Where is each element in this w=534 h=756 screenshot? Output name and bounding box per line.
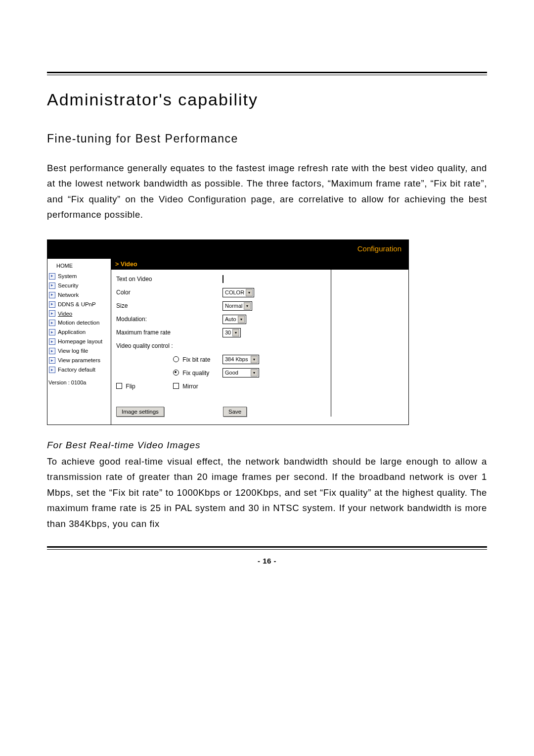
subsection-title: For Best Real-time Video Images	[47, 440, 487, 451]
checkbox-flip[interactable]	[116, 383, 122, 389]
config-sidebar: HOME ▸ System ▸ Security ▸ Network ▸ DDN…	[47, 259, 111, 425]
select-size[interactable]: Normal ▾	[222, 301, 252, 311]
sidebar-home[interactable]: HOME	[47, 261, 111, 272]
row-modulation: Modulation: Auto ▾	[116, 313, 326, 326]
label-max-frame-rate: Maximum frame rate	[116, 329, 222, 336]
sidebar-item-label: Application	[58, 329, 86, 336]
sidebar-item-security[interactable]: ▸ Security	[47, 281, 111, 290]
arrow-right-icon: ▸	[49, 348, 55, 354]
label-modulation: Modulation:	[116, 316, 222, 323]
sidebar-item-factory-default[interactable]: ▸ Factory default	[47, 365, 111, 375]
row-text-on-video: Text on Video	[116, 273, 326, 286]
select-value: 30	[225, 330, 231, 335]
sidebar-version: Version : 0100a	[47, 375, 111, 396]
chevron-down-icon: ▾	[238, 316, 245, 323]
checkbox-label: Mirror	[182, 383, 198, 390]
select-max-frame-rate[interactable]: 30 ▾	[222, 328, 241, 337]
select-fix-quality[interactable]: Good ▾	[222, 368, 259, 378]
label-color: Color	[116, 289, 222, 296]
image-settings-button[interactable]: Image settings	[116, 407, 164, 417]
config-header: Configuration	[47, 240, 408, 259]
radio-label: Fix quality	[182, 370, 209, 377]
config-main: > Video Text on Video Color COLOR ▾	[111, 259, 408, 425]
label-video-quality-control: Video quality control :	[116, 342, 173, 349]
select-value: 384 Kbps	[225, 356, 248, 362]
page-root: Administrator's capability Fine-tuning f…	[0, 0, 534, 585]
config-body: HOME ▸ System ▸ Security ▸ Network ▸ DDN…	[47, 259, 408, 425]
label-size: Size	[116, 302, 222, 309]
arrow-right-icon: ▸	[49, 310, 55, 317]
row-vqc-label: Video quality control :	[116, 339, 326, 353]
config-tab-label[interactable]: Configuration	[357, 244, 401, 253]
radio-fix-quality[interactable]	[173, 370, 179, 376]
arrow-right-icon: ▸	[49, 283, 55, 289]
sidebar-item-label: View parameters	[58, 357, 100, 364]
arrow-right-icon: ▸	[49, 367, 55, 373]
arrow-right-icon: ▸	[49, 338, 55, 345]
save-button[interactable]: Save	[223, 407, 247, 417]
select-value: Normal	[225, 303, 242, 309]
checkbox-label: Flip	[126, 383, 135, 390]
sidebar-item-system[interactable]: ▸ System	[47, 272, 111, 281]
sidebar-item-label: Factory default	[58, 366, 95, 374]
row-fix-quality: Fix quality Good ▾	[116, 366, 326, 379]
chevron-down-icon: ▾	[246, 289, 253, 296]
body-paragraph-2: To achieve good real-time visual effect,…	[47, 454, 487, 531]
label-fix-quality: Fix quality	[116, 369, 222, 377]
select-value: COLOR	[225, 289, 244, 295]
select-color[interactable]: COLOR ▾	[222, 288, 254, 297]
button-row: Image settings Save	[116, 407, 326, 417]
sidebar-item-network[interactable]: ▸ Network	[47, 290, 111, 300]
row-flip-mirror: Flip Mirror	[116, 379, 326, 393]
label-text-on-video: Text on Video	[116, 276, 222, 283]
row-fix-bit-rate: Fix bit rate 384 Kbps ▾	[116, 353, 326, 366]
sidebar-item-motion-detection[interactable]: ▸ Motion detection	[47, 318, 111, 328]
select-modulation[interactable]: Auto ▾	[222, 315, 246, 324]
arrow-right-icon: ▸	[49, 357, 55, 364]
arrow-right-icon: ▸	[49, 320, 55, 326]
sidebar-item-label: Homepage layout	[58, 338, 102, 345]
arrow-right-icon: ▸	[49, 329, 55, 335]
chevron-down-icon: ▾	[251, 356, 258, 363]
sidebar-item-application[interactable]: ▸ Application	[47, 328, 111, 337]
input-text-on-video[interactable]	[222, 275, 223, 283]
row-size: Size Normal ▾	[116, 299, 326, 313]
video-form: Text on Video Color COLOR ▾ S	[111, 270, 331, 417]
select-fix-bit-rate[interactable]: 384 Kbps ▾	[222, 355, 259, 364]
main-title: > Video	[111, 259, 408, 270]
top-rule	[47, 72, 487, 75]
row-max-frame-rate: Maximum frame rate 30 ▾	[116, 326, 326, 339]
sidebar-item-label: View log file	[58, 347, 88, 355]
label-fix-bit-rate: Fix bit rate	[116, 356, 222, 363]
sidebar-item-homepage-layout[interactable]: ▸ Homepage layout	[47, 337, 111, 346]
sidebar-item-label: System	[58, 273, 77, 280]
radio-fix-bit-rate[interactable]	[173, 356, 179, 362]
section-subtitle: Fine-tuning for Best Performance	[47, 132, 487, 145]
page-number: - 16 -	[47, 557, 487, 565]
checkbox-group-flip: Flip	[116, 382, 173, 390]
sidebar-item-label: Security	[58, 282, 79, 289]
sidebar-item-label: Motion detection	[58, 319, 99, 327]
intro-paragraph: Best performance generally equates to th…	[47, 160, 487, 223]
chevron-down-icon: ▾	[232, 329, 239, 336]
checkbox-mirror[interactable]	[173, 383, 179, 389]
sidebar-item-view-parameters[interactable]: ▸ View parameters	[47, 356, 111, 365]
config-screenshot: Configuration HOME ▸ System ▸ Security ▸…	[47, 239, 409, 425]
chevron-down-icon: ▾	[251, 369, 258, 377]
sidebar-item-ddns-upnp[interactable]: ▸ DDNS & UPnP	[47, 300, 111, 309]
bottom-rule	[47, 546, 487, 550]
row-color: Color COLOR ▾	[116, 286, 326, 299]
sidebar-item-label: Network	[58, 291, 79, 299]
chevron-down-icon: ▾	[244, 302, 251, 310]
select-value: Auto	[225, 316, 236, 322]
checkbox-group-mirror: Mirror	[173, 382, 198, 390]
select-value: Good	[225, 370, 238, 376]
arrow-right-icon: ▸	[49, 292, 55, 298]
sidebar-item-label: DDNS & UPnP	[58, 301, 96, 308]
arrow-right-icon: ▸	[49, 273, 55, 280]
radio-label: Fix bit rate	[182, 356, 210, 363]
sidebar-item-view-log-file[interactable]: ▸ View log file	[47, 346, 111, 356]
arrow-right-icon: ▸	[49, 301, 55, 308]
sidebar-item-video[interactable]: ▸ Video	[47, 309, 111, 319]
page-title: Administrator's capability	[47, 90, 487, 109]
